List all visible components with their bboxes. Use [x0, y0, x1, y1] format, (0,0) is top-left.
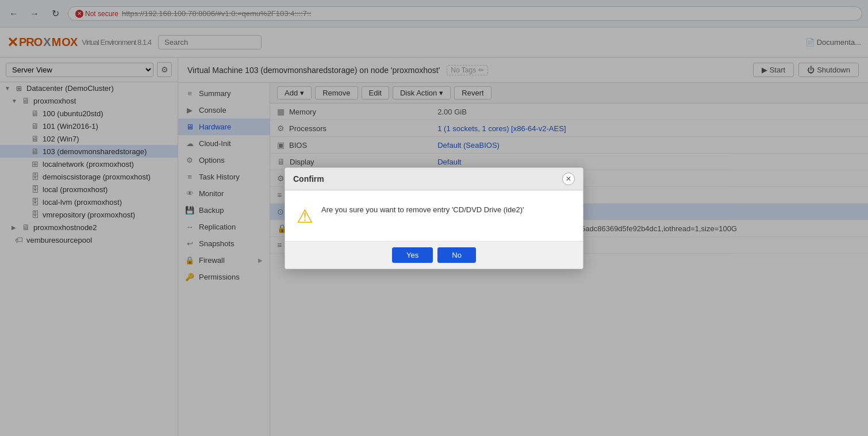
yes-button[interactable]: Yes: [392, 247, 433, 263]
warning-icon: ⚠: [297, 205, 313, 227]
dialog-close-button[interactable]: ✕: [562, 173, 575, 185]
dialog-header: Confirm ✕: [285, 168, 583, 190]
dialog-message: Are you sure you want to remove entry 'C…: [321, 204, 524, 216]
dialog-overlay: Confirm ✕ ⚠ Are you sure you want to rem…: [0, 0, 868, 436]
confirm-dialog: Confirm ✕ ⚠ Are you sure you want to rem…: [285, 167, 583, 269]
dialog-footer: Yes No: [285, 241, 583, 269]
dialog-title: Confirm: [293, 174, 324, 183]
dialog-body: ⚠ Are you sure you want to remove entry …: [285, 190, 583, 241]
no-button[interactable]: No: [437, 247, 476, 263]
